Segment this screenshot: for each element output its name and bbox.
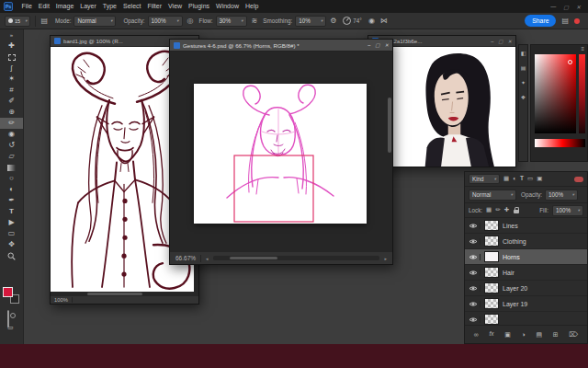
history-brush-tool[interactable]: ↺ xyxy=(0,140,23,151)
visibility-eye-icon[interactable] xyxy=(469,270,481,276)
panel-menu-icon[interactable]: ≡ xyxy=(581,46,584,52)
type-tool[interactable]: T xyxy=(0,206,23,217)
brush-tool[interactable]: ✏ xyxy=(0,118,23,129)
layer-row[interactable]: Lines xyxy=(465,218,587,234)
menu-select[interactable]: Select xyxy=(120,0,144,13)
collapsed-color-panel-icon[interactable]: ◧ xyxy=(521,51,526,56)
layer-thumbnail[interactable] xyxy=(484,220,499,231)
layer-filter-toggle[interactable] xyxy=(574,177,583,182)
layer-thumbnail[interactable] xyxy=(484,251,499,262)
layer-effects-icon[interactable]: fx xyxy=(489,331,493,338)
visibility-eye-icon[interactable] xyxy=(469,223,481,229)
restore-icon[interactable]: ▢ xyxy=(375,42,379,48)
brush-angle-dial-icon[interactable] xyxy=(343,17,351,25)
document-canvas[interactable] xyxy=(194,84,367,224)
app-minimize-icon[interactable]: — xyxy=(550,4,556,9)
path-selection-tool[interactable]: ▶ xyxy=(0,217,23,228)
layer-thumbnail[interactable] xyxy=(484,267,499,278)
notification-badge[interactable] xyxy=(574,18,580,24)
saturation-square[interactable] xyxy=(535,54,576,133)
share-button[interactable]: Share xyxy=(525,15,556,27)
blend-mode-dropdown[interactable]: Normal▾ xyxy=(469,190,516,201)
brush-preset-picker[interactable]: 15▾ xyxy=(5,16,30,27)
blur-tool[interactable]: ○ xyxy=(0,173,23,184)
visibility-eye-icon[interactable] xyxy=(469,238,481,245)
smoothing-options-gear-icon[interactable]: ⚙ xyxy=(330,17,336,25)
airbrush-icon[interactable]: ≋ xyxy=(252,17,258,25)
layer-mask-icon[interactable]: ▣ xyxy=(504,331,511,338)
menu-view[interactable]: View xyxy=(165,0,186,13)
adjustment-layer-icon[interactable]: ◑ xyxy=(521,331,525,338)
opacity-dropdown[interactable]: 100%▾ xyxy=(148,16,183,27)
filter-smart-objects-icon[interactable]: ▣ xyxy=(537,176,542,182)
lock-position-icon[interactable]: ✚ xyxy=(504,207,509,213)
crop-tool[interactable]: # xyxy=(0,85,23,96)
scroll-left-icon[interactable]: ◂ xyxy=(206,256,209,261)
collapsed-swatches-panel-icon[interactable]: ▤ xyxy=(521,65,526,71)
visibility-eye-icon[interactable] xyxy=(469,316,481,323)
color-swatches[interactable] xyxy=(3,287,21,305)
vertical-scrollbar[interactable] xyxy=(387,52,392,251)
filter-shape-layers-icon[interactable]: ▭ xyxy=(527,176,533,182)
collapsed-brushes-panel-icon[interactable]: ✦ xyxy=(521,80,526,86)
menu-layer[interactable]: Layer xyxy=(77,0,100,13)
opacity-dropdown[interactable]: 100%▾ xyxy=(545,190,578,201)
pen-tool[interactable]: ✒ xyxy=(0,195,23,206)
app-restore-icon[interactable]: ▢ xyxy=(563,4,569,10)
smoothing-dropdown[interactable]: 10%▾ xyxy=(295,16,326,27)
close-icon[interactable]: ✕ xyxy=(507,39,512,44)
app-close-icon[interactable]: ✕ xyxy=(576,4,581,10)
delete-layer-icon[interactable]: ⌦ xyxy=(569,331,578,338)
shape-tool[interactable]: ▭ xyxy=(0,228,23,239)
document-viewport[interactable] xyxy=(170,52,392,251)
eraser-tool[interactable]: ▱ xyxy=(0,151,23,162)
window-titlebar[interactable]: Gestures 4-6.psd @ 66.7% (Horns, RGB/8#)… xyxy=(170,40,392,52)
new-layer-icon[interactable]: ⊞ xyxy=(553,331,559,338)
foreground-color-swatch[interactable] xyxy=(3,287,13,297)
filter-type-layers-icon[interactable]: T xyxy=(520,176,524,182)
color-picker-cursor[interactable] xyxy=(568,60,572,64)
layer-row[interactable]: Layer 20 xyxy=(465,281,587,296)
quick-selection-tool[interactable]: ✶ xyxy=(0,74,23,85)
layer-thumbnail[interactable] xyxy=(484,236,499,247)
brush-settings-panel-icon[interactable]: ▤ xyxy=(40,17,48,25)
pressure-size-icon[interactable]: ◉ xyxy=(368,17,375,25)
hand-tool[interactable]: ✥ xyxy=(0,239,23,250)
blend-mode-dropdown[interactable]: Normal▾ xyxy=(74,16,116,27)
document-window-gestures[interactable]: Gestures 4-6.psd @ 66.7% (Horns, RGB/8#)… xyxy=(169,39,393,265)
collapsed-properties-panel-icon[interactable]: ❖ xyxy=(521,95,526,100)
menu-window[interactable]: Window xyxy=(213,0,243,13)
layer-thumbnail[interactable] xyxy=(484,282,499,293)
collapse-toolbar-button[interactable]: » xyxy=(0,29,23,40)
gradient-tool[interactable] xyxy=(0,162,23,173)
zoom-level[interactable]: 66.67% xyxy=(175,255,196,261)
menu-edit[interactable]: Edit xyxy=(35,0,52,13)
restore-icon[interactable]: ▢ xyxy=(498,39,503,44)
close-icon[interactable]: ✕ xyxy=(384,42,389,48)
lock-image-pixels-icon[interactable]: ✏ xyxy=(495,207,500,213)
symmetry-icon[interactable]: ⋈ xyxy=(380,17,388,25)
pressure-opacity-icon[interactable]: ◎ xyxy=(187,17,194,25)
menu-type[interactable]: Type xyxy=(99,0,119,13)
eyedropper-tool[interactable]: ✐ xyxy=(0,96,23,107)
layer-filter-kind-dropdown[interactable]: Kind▾ xyxy=(469,174,500,184)
minimize-icon[interactable]: – xyxy=(491,39,493,44)
workspace-switcher-icon[interactable]: ▤ xyxy=(561,17,569,25)
move-tool[interactable]: ✚ xyxy=(0,40,23,52)
visibility-eye-icon[interactable] xyxy=(469,301,481,307)
menu-plugins[interactable]: Plugins xyxy=(186,0,213,13)
horizontal-scrollbar[interactable] xyxy=(213,256,380,260)
dodge-tool[interactable]: ◐ xyxy=(0,184,23,195)
lock-all-icon[interactable] xyxy=(513,207,519,214)
menu-image[interactable]: Image xyxy=(52,0,76,13)
visibility-eye-icon[interactable] xyxy=(469,285,481,292)
menu-filter[interactable]: Filter xyxy=(144,0,165,13)
minimize-icon[interactable]: – xyxy=(368,42,370,48)
layer-row[interactable] xyxy=(465,312,587,325)
filter-pixel-layers-icon[interactable]: ▦ xyxy=(503,176,509,182)
lock-transparent-pixels-icon[interactable]: ▦ xyxy=(486,207,492,213)
layer-row[interactable]: Layer 19 xyxy=(465,296,587,312)
fill-dropdown[interactable]: 100%▾ xyxy=(552,205,583,216)
layer-row[interactable]: Clothing xyxy=(465,234,587,249)
menu-file[interactable]: File xyxy=(18,0,35,13)
